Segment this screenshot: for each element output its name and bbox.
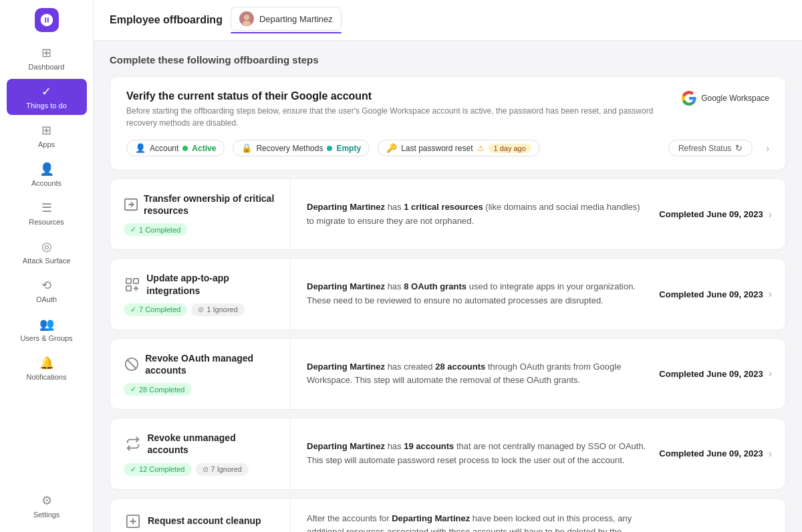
- google-card-title: Verify the current status of their Googl…: [126, 90, 674, 102]
- step-card-revoke-unmanaged-accounts: Revoke unmanaged accounts ✓ 12 Completed…: [110, 418, 786, 489]
- refresh-status-button[interactable]: Refresh Status ↻: [668, 140, 753, 156]
- password-value: 1 day ago: [489, 144, 531, 153]
- account-cleanup-icon: [124, 512, 142, 531]
- badge: ✓ 12 Completed: [124, 463, 192, 476]
- step-completed-text: Completed June 09, 2023: [659, 289, 763, 299]
- step-completed-text: Completed June 09, 2023: [659, 369, 763, 379]
- step-title: Revoke unmanaged accounts: [147, 432, 277, 456]
- sidebar-item-accounts[interactable]: 👤 Accounts: [7, 156, 87, 192]
- step-description: Departing Martinez has 1 critical resour…: [307, 201, 646, 229]
- step-left-request-account-cleanup: Request account cleanup ✓ 48 Completed: [110, 499, 291, 533]
- step-description: Departing Martinez has created 28 accoun…: [307, 360, 646, 388]
- refresh-status-label: Refresh Status: [678, 144, 731, 153]
- users-groups-icon: 👥: [39, 317, 54, 331]
- employee-name: Departing Martinez: [259, 14, 333, 24]
- password-label: Last password reset: [401, 144, 473, 153]
- step-badges: ✓ 28 Completed: [124, 383, 277, 396]
- google-card-chevron-icon[interactable]: ›: [766, 143, 769, 154]
- content-heading: Complete these following offboarding ste…: [110, 54, 786, 65]
- recovery-label: Recovery Methods: [256, 144, 323, 153]
- recovery-icon: 🔒: [241, 143, 252, 153]
- step-left-revoke-oauth-accounts: Revoke OAuth managed accounts ✓ 28 Compl…: [110, 339, 291, 409]
- badge: ✓ 1 Completed: [124, 223, 187, 236]
- oauth-icon: ⟲: [41, 278, 51, 293]
- password-icon: 🔑: [386, 143, 397, 153]
- step-badges: ✓ 1 Completed: [124, 223, 277, 236]
- content-area: Complete these following offboarding ste…: [94, 41, 802, 532]
- sidebar-item-label: Dashboard: [29, 63, 65, 71]
- step-card-request-account-cleanup: Request account cleanup ✓ 48 Completed A…: [110, 498, 786, 533]
- step-card-transfer-ownership: Transfer ownership of critical resources…: [110, 178, 786, 250]
- sidebar-item-settings[interactable]: ⚙ Settings: [7, 488, 87, 524]
- step-chevron-icon[interactable]: ›: [769, 288, 772, 300]
- step-chevron-icon[interactable]: ›: [769, 209, 772, 221]
- google-workspace-badge: Google Workspace: [681, 90, 769, 106]
- active-dot: [182, 146, 188, 151]
- sidebar-item-notifications[interactable]: 🔔 Notifications: [7, 350, 87, 386]
- resources-icon: ☰: [41, 201, 52, 215]
- step-card-revoke-oauth-accounts: Revoke OAuth managed accounts ✓ 28 Compl…: [110, 338, 786, 410]
- attack-surface-icon: ◎: [41, 239, 52, 254]
- empty-dot: [327, 146, 332, 151]
- account-icon: 👤: [135, 143, 146, 153]
- apps-icon: ⊞: [41, 123, 51, 138]
- main-content: Employee offboarding Departing Martinez …: [94, 0, 802, 532]
- google-card-desc: Before starting the offboarding steps be…: [126, 105, 674, 129]
- step-left-update-app-integrations: Update app-to-app integrations ✓ 7 Compl…: [110, 259, 291, 329]
- google-workspace-label: Google Workspace: [701, 94, 769, 103]
- account-value: Active: [192, 144, 216, 153]
- sidebar-item-dashboard[interactable]: ⊞ Dashboard: [7, 40, 87, 76]
- step-description: Departing Martinez has 8 OAuth grants us…: [307, 280, 646, 308]
- svg-rect-6: [126, 285, 131, 290]
- sidebar-item-things-to-do[interactable]: ✓ Things to do: [7, 79, 87, 115]
- account-label: Account: [150, 144, 178, 153]
- step-right-revoke-unmanaged-accounts[interactable]: Departing Martinez has 19 accounts that …: [291, 418, 785, 489]
- step-cards-container: Transfer ownership of critical resources…: [110, 178, 786, 532]
- step-title: Request account cleanup: [148, 515, 261, 527]
- avatar: [239, 11, 254, 26]
- transfer-icon: [124, 195, 138, 214]
- google-workspace-card: Verify the current status of their Googl…: [110, 76, 786, 170]
- revoke-unmanaged-icon: [124, 434, 142, 453]
- page-title: Employee offboarding: [110, 14, 223, 26]
- svg-point-2: [243, 21, 251, 26]
- step-right-transfer-ownership[interactable]: Departing Martinez has 1 critical resour…: [291, 179, 785, 249]
- svg-point-1: [244, 15, 249, 20]
- google-logo-icon: [681, 90, 697, 106]
- step-description: After the accounts for Departing Martine…: [307, 512, 646, 533]
- step-chevron-icon[interactable]: ›: [769, 448, 772, 460]
- accounts-icon: 👤: [39, 162, 54, 176]
- google-card-status: 👤 Account Active 🔒 Recovery Methods Empt…: [126, 140, 769, 156]
- svg-rect-4: [126, 278, 131, 283]
- sidebar-item-attack-surface[interactable]: ◎ Attack Surface: [7, 234, 87, 270]
- sidebar-item-resources[interactable]: ☰ Resources: [7, 195, 87, 231]
- app-integration-icon: [124, 275, 141, 294]
- step-right-request-account-cleanup[interactable]: After the accounts for Departing Martine…: [291, 499, 785, 533]
- sidebar-item-oauth[interactable]: ⟲ OAuth: [7, 273, 87, 309]
- settings-icon: ⚙: [41, 493, 52, 508]
- step-meta: Completed June 09, 2023 ›: [659, 288, 772, 300]
- things-to-do-icon: ✓: [41, 84, 51, 99]
- refresh-icon: ↻: [735, 143, 743, 153]
- step-right-update-app-integrations[interactable]: Departing Martinez has 8 OAuth grants us…: [291, 259, 785, 329]
- step-badges: ✓ 12 Completed⊘ 7 Ignored: [124, 463, 277, 476]
- step-title: Transfer ownership of critical resources: [144, 192, 277, 217]
- step-meta: Completed June 09, 2023 ›: [659, 209, 772, 221]
- step-meta: Completed June 09, 2023 ›: [659, 368, 772, 380]
- step-chevron-icon[interactable]: ›: [769, 368, 772, 380]
- account-status-pill: 👤 Account Active: [126, 140, 225, 156]
- step-badges: ✓ 7 Completed⊘ 1 Ignored: [124, 303, 277, 316]
- step-title: Revoke OAuth managed accounts: [145, 352, 277, 376]
- sidebar-item-apps[interactable]: ⊞ Apps: [7, 118, 87, 154]
- badge: ⊘ 7 Ignored: [196, 463, 249, 476]
- step-right-revoke-oauth-accounts[interactable]: Departing Martinez has created 28 accoun…: [291, 339, 785, 409]
- step-completed-text: Completed June 09, 2023: [659, 448, 763, 458]
- step-meta: Completed June 09, 2023 ›: [659, 448, 772, 460]
- employee-tab[interactable]: Departing Martinez: [231, 7, 342, 31]
- step-completed-text: Completed June 09, 2023: [659, 209, 763, 219]
- notifications-icon: 🔔: [39, 356, 54, 370]
- recovery-status-pill: 🔒 Recovery Methods Empty: [233, 140, 370, 156]
- step-left-transfer-ownership: Transfer ownership of critical resources…: [110, 179, 291, 249]
- badge: ✓ 28 Completed: [124, 383, 192, 396]
- sidebar-item-users-groups[interactable]: 👥 Users & Groups: [7, 311, 87, 348]
